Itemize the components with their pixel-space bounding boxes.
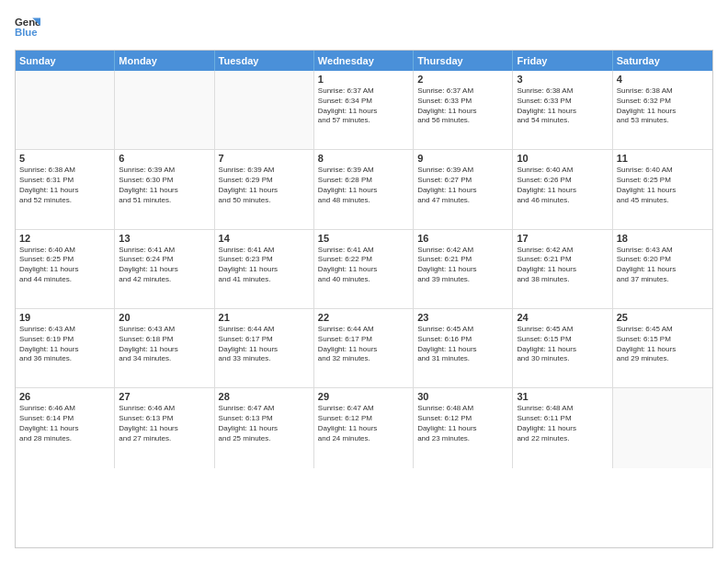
day-header-monday: Monday (115, 51, 214, 71)
cell-info-text: Sunrise: 6:37 AMSunset: 6:34 PMDaylight:… (318, 86, 409, 126)
cell-date-number: 11 (617, 153, 709, 164)
cell-date-number: 7 (219, 153, 310, 164)
calendar-cell-28: 28Sunrise: 6:47 AMSunset: 6:13 PMDayligh… (215, 388, 314, 467)
cell-date-number: 25 (617, 312, 709, 323)
cell-date-number: 5 (19, 153, 110, 164)
cell-date-number: 2 (417, 74, 508, 85)
cell-info-text: Sunrise: 6:42 AMSunset: 6:21 PMDaylight:… (517, 246, 608, 285)
cell-info-text: Sunrise: 6:45 AMSunset: 6:15 PMDaylight:… (617, 325, 709, 364)
calendar-cell-16: 16Sunrise: 6:42 AMSunset: 6:21 PMDayligh… (414, 230, 513, 308)
cell-date-number: 21 (219, 312, 310, 323)
cell-date-number: 18 (617, 233, 709, 244)
cell-info-text: Sunrise: 6:44 AMSunset: 6:17 PMDaylight:… (219, 325, 310, 364)
day-header-tuesday: Tuesday (215, 51, 314, 71)
cell-date-number: 14 (219, 233, 310, 244)
cell-date-number: 29 (318, 391, 409, 402)
cell-info-text: Sunrise: 6:39 AMSunset: 6:29 PMDaylight:… (219, 166, 310, 205)
calendar-cell-19: 19Sunrise: 6:43 AMSunset: 6:19 PMDayligh… (16, 309, 115, 387)
cell-info-text: Sunrise: 6:40 AMSunset: 6:26 PMDaylight:… (517, 166, 608, 205)
cell-info-text: Sunrise: 6:42 AMSunset: 6:21 PMDaylight:… (417, 246, 508, 285)
cell-info-text: Sunrise: 6:43 AMSunset: 6:20 PMDaylight:… (617, 246, 709, 285)
calendar-cell-21: 21Sunrise: 6:44 AMSunset: 6:17 PMDayligh… (215, 309, 314, 387)
calendar-cell-7: 7Sunrise: 6:39 AMSunset: 6:29 PMDaylight… (215, 150, 314, 228)
calendar-cell-24: 24Sunrise: 6:45 AMSunset: 6:15 PMDayligh… (513, 309, 612, 387)
calendar-week-1: 1Sunrise: 6:37 AMSunset: 6:34 PMDaylight… (16, 71, 712, 150)
cell-date-number: 17 (517, 233, 608, 244)
cell-date-number: 31 (517, 391, 608, 402)
calendar-body: 1Sunrise: 6:37 AMSunset: 6:34 PMDaylight… (16, 71, 712, 547)
calendar-cell-27: 27Sunrise: 6:46 AMSunset: 6:13 PMDayligh… (115, 388, 214, 467)
calendar-cell-20: 20Sunrise: 6:43 AMSunset: 6:18 PMDayligh… (115, 309, 214, 387)
cell-date-number: 10 (517, 153, 608, 164)
calendar-cell-empty (16, 71, 115, 149)
cell-info-text: Sunrise: 6:47 AMSunset: 6:12 PMDaylight:… (318, 404, 409, 443)
cell-info-text: Sunrise: 6:40 AMSunset: 6:25 PMDaylight:… (617, 166, 709, 205)
cell-date-number: 9 (417, 153, 508, 164)
calendar-cell-8: 8Sunrise: 6:39 AMSunset: 6:28 PMDaylight… (314, 150, 414, 228)
cell-date-number: 23 (417, 312, 508, 323)
day-header-wednesday: Wednesday (314, 51, 414, 71)
calendar-cell-23: 23Sunrise: 6:45 AMSunset: 6:16 PMDayligh… (414, 309, 513, 387)
calendar-cell-12: 12Sunrise: 6:40 AMSunset: 6:25 PMDayligh… (16, 230, 115, 308)
day-header-saturday: Saturday (613, 51, 712, 71)
calendar-cell-empty (115, 71, 214, 149)
calendar-cell-10: 10Sunrise: 6:40 AMSunset: 6:26 PMDayligh… (513, 150, 612, 228)
cell-date-number: 24 (517, 312, 608, 323)
calendar-cell-31: 31Sunrise: 6:48 AMSunset: 6:11 PMDayligh… (513, 388, 612, 467)
cell-info-text: Sunrise: 6:41 AMSunset: 6:24 PMDaylight:… (119, 246, 210, 285)
cell-date-number: 6 (119, 153, 210, 164)
cell-date-number: 13 (119, 233, 210, 244)
calendar-cell-14: 14Sunrise: 6:41 AMSunset: 6:23 PMDayligh… (215, 230, 314, 308)
calendar-week-4: 19Sunrise: 6:43 AMSunset: 6:19 PMDayligh… (16, 309, 712, 388)
cell-info-text: Sunrise: 6:48 AMSunset: 6:12 PMDaylight:… (417, 404, 508, 443)
cell-info-text: Sunrise: 6:45 AMSunset: 6:16 PMDaylight:… (417, 325, 508, 364)
cell-info-text: Sunrise: 6:38 AMSunset: 6:32 PMDaylight:… (617, 86, 709, 126)
calendar-cell-6: 6Sunrise: 6:39 AMSunset: 6:30 PMDaylight… (115, 150, 214, 228)
cell-info-text: Sunrise: 6:48 AMSunset: 6:11 PMDaylight:… (517, 404, 608, 443)
cell-date-number: 26 (19, 391, 110, 402)
cell-info-text: Sunrise: 6:38 AMSunset: 6:33 PMDaylight:… (517, 86, 608, 126)
cell-date-number: 3 (517, 74, 608, 85)
cell-date-number: 16 (417, 233, 508, 244)
cell-date-number: 28 (219, 391, 310, 402)
cell-info-text: Sunrise: 6:43 AMSunset: 6:19 PMDaylight:… (19, 325, 110, 364)
calendar-cell-empty (613, 388, 712, 467)
calendar-cell-13: 13Sunrise: 6:41 AMSunset: 6:24 PMDayligh… (115, 230, 214, 308)
cell-info-text: Sunrise: 6:38 AMSunset: 6:31 PMDaylight:… (19, 166, 110, 205)
calendar-cell-29: 29Sunrise: 6:47 AMSunset: 6:12 PMDayligh… (314, 388, 414, 467)
cell-info-text: Sunrise: 6:39 AMSunset: 6:30 PMDaylight:… (119, 166, 210, 205)
cell-info-text: Sunrise: 6:37 AMSunset: 6:33 PMDaylight:… (417, 86, 508, 126)
logo: General Blue (15, 15, 40, 40)
cell-date-number: 22 (318, 312, 409, 323)
cell-date-number: 30 (417, 391, 508, 402)
calendar-cell-30: 30Sunrise: 6:48 AMSunset: 6:12 PMDayligh… (414, 388, 513, 467)
cell-info-text: Sunrise: 6:39 AMSunset: 6:27 PMDaylight:… (417, 166, 508, 205)
page: General Blue SundayMondayTuesdayWednesda… (0, 0, 728, 563)
day-header-thursday: Thursday (414, 51, 513, 71)
calendar-cell-22: 22Sunrise: 6:44 AMSunset: 6:17 PMDayligh… (314, 309, 414, 387)
cell-info-text: Sunrise: 6:41 AMSunset: 6:22 PMDaylight:… (318, 246, 409, 285)
logo-icon: General Blue (15, 15, 40, 40)
calendar-cell-26: 26Sunrise: 6:46 AMSunset: 6:14 PMDayligh… (16, 388, 115, 467)
calendar-cell-4: 4Sunrise: 6:38 AMSunset: 6:32 PMDaylight… (613, 71, 712, 149)
day-headers-row: SundayMondayTuesdayWednesdayThursdayFrid… (16, 51, 712, 71)
calendar-cell-3: 3Sunrise: 6:38 AMSunset: 6:33 PMDaylight… (513, 71, 612, 149)
cell-info-text: Sunrise: 6:44 AMSunset: 6:17 PMDaylight:… (318, 325, 409, 364)
calendar-cell-11: 11Sunrise: 6:40 AMSunset: 6:25 PMDayligh… (613, 150, 712, 228)
cell-info-text: Sunrise: 6:47 AMSunset: 6:13 PMDaylight:… (219, 404, 310, 443)
calendar-week-2: 5Sunrise: 6:38 AMSunset: 6:31 PMDaylight… (16, 150, 712, 229)
calendar-week-3: 12Sunrise: 6:40 AMSunset: 6:25 PMDayligh… (16, 230, 712, 309)
cell-info-text: Sunrise: 6:46 AMSunset: 6:13 PMDaylight:… (119, 404, 210, 443)
calendar-cell-18: 18Sunrise: 6:43 AMSunset: 6:20 PMDayligh… (613, 230, 712, 308)
cell-date-number: 19 (19, 312, 110, 323)
day-header-sunday: Sunday (16, 51, 115, 71)
day-header-friday: Friday (513, 51, 612, 71)
calendar-cell-empty (215, 71, 314, 149)
calendar-cell-9: 9Sunrise: 6:39 AMSunset: 6:27 PMDaylight… (414, 150, 513, 228)
cell-info-text: Sunrise: 6:45 AMSunset: 6:15 PMDaylight:… (517, 325, 608, 364)
cell-date-number: 12 (19, 233, 110, 244)
calendar-week-5: 26Sunrise: 6:46 AMSunset: 6:14 PMDayligh… (16, 388, 712, 467)
calendar-cell-2: 2Sunrise: 6:37 AMSunset: 6:33 PMDaylight… (414, 71, 513, 149)
cell-date-number: 4 (617, 74, 709, 85)
cell-date-number: 1 (318, 74, 409, 85)
